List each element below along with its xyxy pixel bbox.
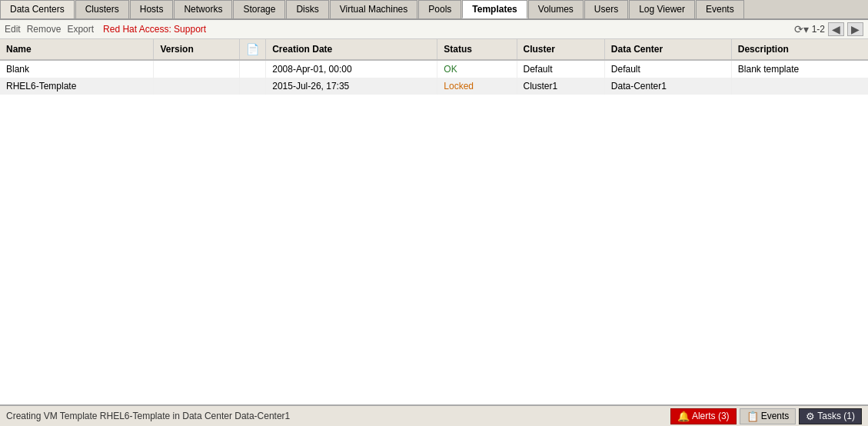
templates-table-container: Name Version 📄 Creation Date Status Clus…	[0, 39, 868, 404]
cell-comment	[240, 78, 266, 95]
next-page-button[interactable]: ▶	[847, 22, 863, 36]
table-row[interactable]: Blank 2008-Apr-01, 00:00 OK Default Defa…	[0, 60, 868, 78]
tab-pools[interactable]: Pools	[418, 0, 461, 18]
tab-disks[interactable]: Disks	[286, 0, 328, 18]
tab-volumes[interactable]: Volumes	[528, 0, 584, 18]
status-bar-right: 🔔 Alerts (3) 📋 Events ⚙ Tasks (1)	[670, 408, 862, 424]
cell-status: OK	[437, 60, 517, 78]
col-header-data-center: Data Center	[604, 39, 731, 60]
cell-name: RHEL6-Template	[0, 78, 154, 95]
cell-version	[154, 78, 240, 95]
comment-header-icon: 📄	[246, 43, 259, 55]
tasks-label: Tasks (1)	[817, 411, 855, 421]
cell-creation-date: 2008-Apr-01, 00:00	[266, 60, 437, 78]
cell-status: Locked	[437, 78, 517, 95]
table-header-row: Name Version 📄 Creation Date Status Clus…	[0, 39, 868, 60]
cell-name: Blank	[0, 60, 154, 78]
events-label: Events	[761, 411, 790, 421]
tab-networks[interactable]: Networks	[174, 0, 232, 18]
tab-virtual-machines[interactable]: Virtual Machines	[330, 0, 418, 18]
table-row[interactable]: RHEL6-Template 2015-Jul-26, 17:35 Locked…	[0, 78, 868, 95]
col-header-status: Status	[437, 39, 517, 60]
refresh-button[interactable]: ⟳▾	[794, 23, 809, 35]
cell-description	[731, 78, 868, 95]
templates-table: Name Version 📄 Creation Date Status Clus…	[0, 39, 868, 95]
edit-button[interactable]: Edit	[5, 24, 21, 35]
tab-events[interactable]: Events	[696, 0, 744, 18]
col-header-version: Version	[154, 39, 240, 60]
cell-data-center: Data-Center1	[604, 78, 731, 95]
tab-log-viewer[interactable]: Log Viewer	[629, 0, 695, 18]
alert-icon: 🔔	[677, 411, 690, 422]
tab-hosts[interactable]: Hosts	[130, 0, 174, 18]
tab-clusters[interactable]: Clusters	[75, 0, 129, 18]
col-header-name: Name	[0, 39, 154, 60]
cell-comment	[240, 60, 266, 78]
export-button[interactable]: Export	[67, 24, 94, 35]
page-info: 1-2	[812, 24, 825, 35]
events-button[interactable]: 📋 Events	[740, 408, 796, 424]
status-bar: Creating VM Template RHEL6-Template in D…	[0, 404, 868, 426]
col-header-comment: 📄	[240, 39, 266, 60]
cell-version	[154, 60, 240, 78]
toolbar: Edit Remove Export Red Hat Access: Suppo…	[0, 20, 868, 39]
alerts-label: Alerts (3)	[692, 411, 730, 421]
toolbar-info: Red Hat Access: Support	[103, 24, 206, 35]
col-header-creation-date: Creation Date	[266, 39, 437, 60]
tab-templates[interactable]: Templates	[462, 0, 527, 18]
cell-cluster: Cluster1	[517, 78, 604, 95]
cell-cluster: Default	[517, 60, 604, 78]
toolbar-right: ⟳▾ 1-2 ◀ ▶	[794, 22, 863, 36]
tasks-button[interactable]: ⚙ Tasks (1)	[799, 408, 862, 424]
cell-data-center: Default	[604, 60, 731, 78]
alerts-button[interactable]: 🔔 Alerts (3)	[670, 408, 737, 424]
tab-users[interactable]: Users	[584, 0, 628, 18]
events-icon: 📋	[747, 411, 759, 422]
status-bar-message: Creating VM Template RHEL6-Template in D…	[6, 411, 670, 421]
col-header-cluster: Cluster	[517, 39, 604, 60]
tasks-icon: ⚙	[806, 411, 815, 422]
tab-storage[interactable]: Storage	[233, 0, 285, 18]
cell-description: Blank template	[731, 60, 868, 78]
tab-data-centers[interactable]: Data Centers	[0, 0, 75, 18]
prev-page-button[interactable]: ◀	[828, 22, 844, 36]
col-header-description: Description	[731, 39, 868, 60]
remove-button[interactable]: Remove	[27, 24, 62, 35]
top-nav: Data Centers Clusters Hosts Networks Sto…	[0, 0, 868, 20]
cell-creation-date: 2015-Jul-26, 17:35	[266, 78, 437, 95]
